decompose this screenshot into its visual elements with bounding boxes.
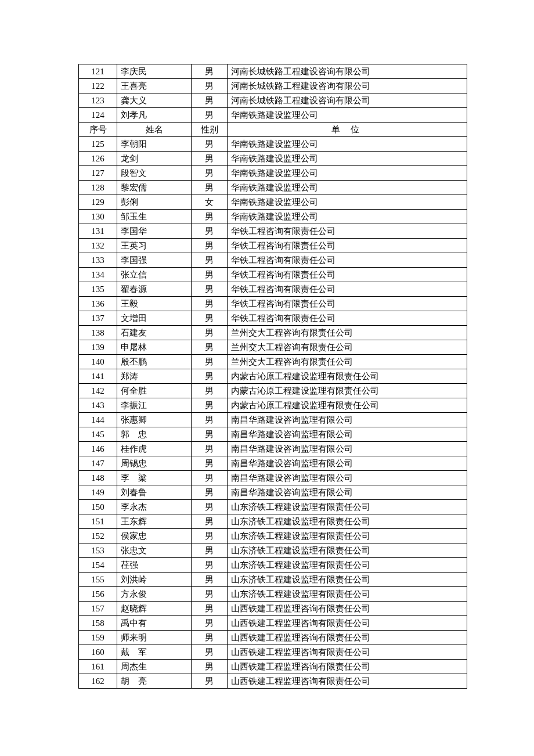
unit-cell: 华铁工程咨询有限责任公司 [228, 224, 467, 239]
index-cell: 157 [79, 602, 117, 616]
unit-cell: 山西铁建工程监理咨询有限责任公司 [228, 602, 467, 616]
unit-cell: 山东济铁工程建设监理有限责任公司 [228, 514, 467, 529]
gender-cell: 男 [192, 616, 228, 631]
unit-cell: 华铁工程咨询有限责任公司 [228, 239, 467, 253]
gender-cell: 性别 [192, 123, 228, 137]
unit-cell: 兰州交大工程咨询有限责任公司 [228, 355, 467, 369]
gender-cell: 男 [192, 413, 228, 427]
unit-cell: 山西铁建工程监理咨询有限责任公司 [228, 616, 467, 631]
name-cell: 王英习 [117, 239, 192, 253]
document-page: 121李庆民男河南长城铁路工程建设咨询有限公司122王喜亮男河南长城铁路工程建设… [0, 0, 534, 756]
name-cell: 王毅 [117, 297, 192, 311]
gender-cell: 男 [192, 108, 228, 123]
gender-cell: 男 [192, 660, 228, 674]
index-cell: 139 [79, 340, 117, 355]
unit-cell: 南昌华路建设咨询监理有限公司 [228, 471, 467, 485]
table-row: 150李永杰男山东济铁工程建设监理有限责任公司 [79, 500, 467, 514]
index-cell: 136 [79, 297, 117, 311]
unit-cell: 河南长城铁路工程建设咨询有限公司 [228, 79, 467, 93]
unit-cell: 南昌华路建设咨询监理有限公司 [228, 485, 467, 500]
name-cell: 侯家忠 [117, 529, 192, 543]
unit-cell: 南昌华路建设咨询监理有限公司 [228, 442, 467, 456]
table-row: 154荏强男山东济铁工程建设监理有限责任公司 [79, 558, 467, 573]
unit-cell: 华南铁路建设监理公司 [228, 166, 467, 181]
unit-cell: 山西铁建工程监理咨询有限责任公司 [228, 645, 467, 660]
index-cell: 125 [79, 137, 117, 152]
unit-cell: 华铁工程咨询有限责任公司 [228, 253, 467, 268]
gender-cell: 男 [192, 602, 228, 616]
index-cell: 122 [79, 79, 117, 93]
personnel-table: 121李庆民男河南长城铁路工程建设咨询有限公司122王喜亮男河南长城铁路工程建设… [78, 64, 467, 689]
table-row: 152侯家忠男山东济铁工程建设监理有限责任公司 [79, 529, 467, 543]
index-cell: 134 [79, 268, 117, 282]
name-cell: 姓名 [117, 123, 192, 137]
index-cell: 124 [79, 108, 117, 123]
table-row: 138石建友男兰州交大工程咨询有限责任公司 [79, 326, 467, 340]
index-cell: 130 [79, 210, 117, 224]
name-cell: 李朝阳 [117, 137, 192, 152]
unit-cell: 南昌华路建设咨询监理有限公司 [228, 427, 467, 442]
index-cell: 138 [79, 326, 117, 340]
index-cell: 159 [79, 631, 117, 645]
index-cell: 133 [79, 253, 117, 268]
index-cell: 143 [79, 398, 117, 413]
table-row: 161周杰生男山西铁建工程监理咨询有限责任公司 [79, 660, 467, 674]
table-row: 130邹玉生男华南铁路建设监理公司 [79, 210, 467, 224]
index-cell: 121 [79, 64, 117, 79]
name-cell: 翟春源 [117, 282, 192, 297]
table-row: 144张惠卿男南昌华路建设咨询监理有限公司 [79, 413, 467, 427]
index-cell: 152 [79, 529, 117, 543]
index-cell: 162 [79, 674, 117, 689]
unit-cell: 华铁工程咨询有限责任公司 [228, 297, 467, 311]
table-row: 153张忠文男山东济铁工程建设监理有限责任公司 [79, 543, 467, 558]
gender-cell: 男 [192, 355, 228, 369]
gender-cell: 男 [192, 79, 228, 93]
gender-cell: 男 [192, 645, 228, 660]
name-cell: 禹中有 [117, 616, 192, 631]
name-cell: 张惠卿 [117, 413, 192, 427]
index-cell: 142 [79, 384, 117, 398]
unit-cell: 南昌华路建设咨询监理有限公司 [228, 413, 467, 427]
table-row: 142何全胜男内蒙古沁原工程建设监理有限责任公司 [79, 384, 467, 398]
name-cell: 文增田 [117, 311, 192, 326]
name-cell: 桂作虎 [117, 442, 192, 456]
index-cell: 161 [79, 660, 117, 674]
index-cell: 145 [79, 427, 117, 442]
table-row: 162胡 亮男山西铁建工程监理咨询有限责任公司 [79, 674, 467, 689]
gender-cell: 男 [192, 166, 228, 181]
gender-cell: 男 [192, 210, 228, 224]
gender-cell: 男 [192, 674, 228, 689]
name-cell: 李国华 [117, 224, 192, 239]
table-row: 141郑涛男内蒙古沁原工程建设监理有限责任公司 [79, 369, 467, 384]
unit-cell: 河南长城铁路工程建设咨询有限公司 [228, 64, 467, 79]
gender-cell: 男 [192, 529, 228, 543]
table-row: 147周锡忠男南昌华路建设咨询监理有限公司 [79, 456, 467, 471]
name-cell: 刘春鲁 [117, 485, 192, 500]
name-cell: 张忠文 [117, 543, 192, 558]
table-row: 157赵晓辉男山西铁建工程监理咨询有限责任公司 [79, 602, 467, 616]
index-cell: 148 [79, 471, 117, 485]
gender-cell: 男 [192, 137, 228, 152]
name-cell: 师来明 [117, 631, 192, 645]
unit-cell: 华南铁路建设监理公司 [228, 137, 467, 152]
table-row: 124刘孝凡男华南铁路建设监理公司 [79, 108, 467, 123]
gender-cell: 男 [192, 398, 228, 413]
index-cell: 149 [79, 485, 117, 500]
unit-cell: 华南铁路建设监理公司 [228, 108, 467, 123]
unit-cell: 山东济铁工程建设监理有限责任公司 [228, 543, 467, 558]
name-cell: 戴 军 [117, 645, 192, 660]
table-row: 159师来明男山西铁建工程监理咨询有限责任公司 [79, 631, 467, 645]
index-cell: 158 [79, 616, 117, 631]
gender-cell: 男 [192, 239, 228, 253]
name-cell: 方永俊 [117, 587, 192, 602]
index-cell: 151 [79, 514, 117, 529]
gender-cell: 女 [192, 195, 228, 210]
table-row: 131李国华男华铁工程咨询有限责任公司 [79, 224, 467, 239]
unit-cell: 山西铁建工程监理咨询有限责任公司 [228, 631, 467, 645]
table-row: 143李振江男内蒙古沁原工程建设监理有限责任公司 [79, 398, 467, 413]
unit-cell: 兰州交大工程咨询有限责任公司 [228, 326, 467, 340]
table-row: 134张立信男华铁工程咨询有限责任公司 [79, 268, 467, 282]
index-cell: 序号 [79, 123, 117, 137]
index-cell: 146 [79, 442, 117, 456]
table-row: 136王毅男华铁工程咨询有限责任公司 [79, 297, 467, 311]
